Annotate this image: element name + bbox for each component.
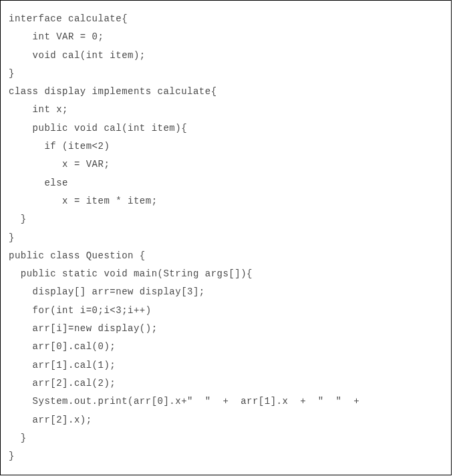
code-line: display[] arr=new display[3]; — [9, 283, 443, 301]
code-line: } — [9, 229, 443, 247]
code-line: arr[0].cal(0); — [9, 338, 443, 356]
code-line: x = item * item; — [9, 192, 443, 210]
code-line: public class Question { — [9, 247, 443, 265]
code-line: int VAR = 0; — [9, 28, 443, 46]
code-line: class display implements calculate{ — [9, 83, 443, 101]
code-line: System.out.print(arr[0].x+" " + arr[1].x… — [9, 393, 443, 411]
code-line: } — [9, 210, 443, 228]
code-line: } — [9, 429, 443, 447]
code-block: interface calculate{ int VAR = 0; void c… — [0, 0, 452, 475]
code-line: else — [9, 174, 443, 192]
code-line: arr[1].cal(1); — [9, 356, 443, 375]
code-line: public void cal(int item){ — [9, 120, 443, 138]
code-line: int x; — [9, 101, 443, 119]
code-line: public static void main(String args[]){ — [9, 265, 443, 283]
code-line: interface calculate{ — [9, 10, 443, 28]
code-line: } — [9, 447, 443, 465]
code-line: void cal(int item); — [9, 47, 443, 65]
code-line: x = VAR; — [9, 156, 443, 174]
code-line: for(int i=0;i<3;i++) — [9, 302, 443, 320]
code-line: arr[i]=new display(); — [9, 320, 443, 338]
code-line: arr[2].x); — [9, 411, 443, 429]
code-line: arr[2].cal(2); — [9, 375, 443, 393]
code-line: if (item<2) — [9, 138, 443, 156]
code-line: } — [9, 65, 443, 83]
